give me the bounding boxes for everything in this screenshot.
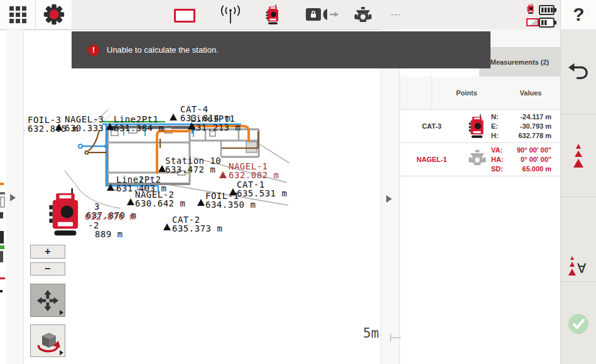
table-header: Points Values xyxy=(400,77,560,110)
undo-icon xyxy=(568,62,589,82)
accept-button[interactable] xyxy=(561,313,596,335)
check-icon xyxy=(568,313,589,335)
map-scale-label: 5m xyxy=(363,326,379,341)
prism-icon xyxy=(353,7,373,26)
display-icon xyxy=(174,9,195,23)
value-label: E: xyxy=(491,122,498,131)
table-row[interactable]: CAT-3 N:-24.117 m E:-30.793 m H:632.778 … xyxy=(400,110,560,143)
value-number: 632.778 m xyxy=(518,131,551,141)
value-label: H: xyxy=(491,131,499,141)
action-sidebar: ∀ xyxy=(560,29,596,364)
controller-icon xyxy=(526,18,539,26)
right-panel-strip[interactable] xyxy=(381,29,400,364)
point-name: CAT-3 xyxy=(400,122,463,130)
radio-status-button[interactable] xyxy=(219,5,242,28)
header-values: Values xyxy=(501,77,560,109)
instrument-battery-group xyxy=(527,3,534,17)
value-label: SD: xyxy=(491,164,503,174)
value-number: -24.117 m xyxy=(520,112,551,122)
camera-status-button[interactable] xyxy=(306,6,339,25)
rotate-3d-button[interactable] xyxy=(30,324,65,357)
tool-options-arrow-icon xyxy=(60,350,63,355)
battery-low-icon xyxy=(539,18,556,30)
battery-full-icon xyxy=(539,5,556,18)
expand-left-arrow-icon[interactable] xyxy=(10,194,16,201)
point-values: N:-24.117 m E:-30.793 m H:632.778 m xyxy=(491,112,560,141)
gear-icon xyxy=(42,3,66,26)
top-toolbar: --- ? xyxy=(0,0,596,30)
zoom-out-button[interactable]: − xyxy=(30,262,65,276)
station-position-icon xyxy=(48,188,82,237)
display-status-button[interactable] xyxy=(174,9,195,23)
zoom-in-button[interactable]: + xyxy=(30,245,65,259)
undo-button[interactable] xyxy=(561,62,596,82)
value-number: 65.000 m xyxy=(523,164,551,174)
value-number: 90° 00' 00" xyxy=(517,146,551,155)
table-row[interactable]: NAGEL-1 VA:90° 00' 00" HA:0° 00' 00" SD:… xyxy=(400,143,560,176)
status-dashes: --- xyxy=(391,9,401,19)
app-window: --- ? xyxy=(0,0,596,364)
pan-icon xyxy=(36,289,60,313)
value-number: -30.793 m xyxy=(520,122,551,131)
antenna-icon xyxy=(219,5,242,25)
settings-button[interactable] xyxy=(36,0,72,29)
question-icon: ? xyxy=(573,4,584,25)
tab-measurements[interactable]: Measurements (2) xyxy=(479,47,560,77)
apps-grid-icon xyxy=(9,6,26,23)
measure-targets-button[interactable] xyxy=(561,143,596,171)
triangles-angle-icon: ∀ xyxy=(565,255,592,281)
error-message: Unable to calculate the station. xyxy=(107,45,219,55)
left-panel-strip[interactable] xyxy=(6,29,24,364)
total-station-mini-icon xyxy=(527,3,534,14)
help-button[interactable]: ? xyxy=(560,0,596,29)
value-label: HA: xyxy=(491,155,504,164)
total-station-icon xyxy=(469,114,485,139)
angles-button[interactable]: ∀ xyxy=(561,255,596,281)
camera-lock-icon xyxy=(306,6,339,23)
total-station-icon xyxy=(266,4,280,25)
point-values: VA:90° 00' 00" HA:0° 00' 00" SD:65.000 m xyxy=(491,146,560,174)
header-spacer-cell xyxy=(400,77,432,109)
red-triangles-icon xyxy=(567,143,590,171)
error-icon: ! xyxy=(88,45,99,56)
apps-menu-button[interactable] xyxy=(0,0,36,29)
value-label: VA: xyxy=(491,146,502,155)
svg-text:∀: ∀ xyxy=(577,261,587,276)
expand-right-arrow-icon[interactable] xyxy=(386,195,392,203)
pan-tool-button[interactable] xyxy=(30,284,65,317)
measurements-panel: Measurements (2) Points Values CAT-3 N:-… xyxy=(400,29,560,364)
error-banner: ! Unable to calculate the station. xyxy=(72,31,490,68)
rotate-3d-icon xyxy=(34,328,62,353)
tab-spacer xyxy=(479,29,560,47)
header-points: Points xyxy=(432,77,501,109)
tool-options-arrow-icon xyxy=(60,310,63,315)
prism-icon xyxy=(468,150,487,169)
value-number: 0° 00' 00" xyxy=(521,155,551,164)
prism-status-button[interactable] xyxy=(353,7,373,28)
instrument-status-button[interactable] xyxy=(266,4,280,28)
point-name: NAGEL-1 xyxy=(400,156,463,163)
value-label: N: xyxy=(491,112,499,122)
